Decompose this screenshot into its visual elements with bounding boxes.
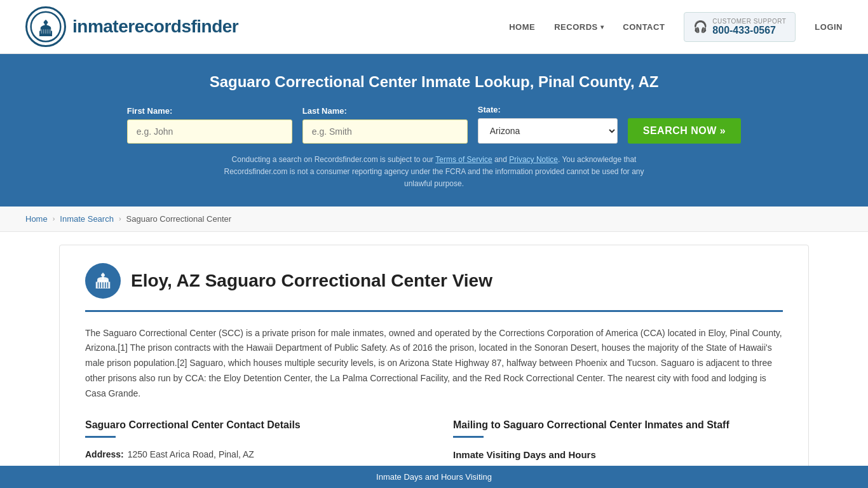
terms-link[interactable]: Terms of Service [435, 155, 492, 164]
breadcrumb-sep-1: › [53, 215, 55, 222]
breadcrumb-home[interactable]: Home [25, 214, 48, 224]
support-label: CUSTOMER SUPPORT [712, 18, 786, 25]
svg-point-6 [44, 20, 46, 22]
address-label: Address: [85, 449, 124, 459]
svg-rect-19 [100, 282, 102, 288]
chevron-down-icon: ▾ [600, 24, 604, 30]
disclaimer-text: Conducting a search on Recordsfinder.com… [212, 154, 656, 191]
facility-icon [85, 263, 121, 299]
customer-support-box: 🎧 CUSTOMER SUPPORT 800-433-0567 [684, 12, 796, 42]
contact-underline [85, 436, 116, 438]
address-value: 1250 East Arica Road, Pinal, AZ [128, 449, 254, 459]
svg-rect-10 [48, 29, 49, 34]
main-content: Eloy, AZ Saguaro Correctional Center Vie… [59, 245, 809, 480]
privacy-link[interactable]: Privacy Notice [509, 155, 558, 164]
search-hero: Saguaro Correctional Center Inmate Looku… [0, 54, 868, 207]
state-group: State: Arizona Alabama Alaska California… [478, 105, 618, 144]
first-name-label: First Name: [127, 106, 173, 116]
breadcrumb-current: Saguaro Correctional Center [126, 214, 231, 224]
first-name-input[interactable] [127, 119, 292, 144]
mailing-heading: Mailing to Saguaro Correctional Center I… [453, 419, 783, 431]
nav-records[interactable]: RECORDS ▾ [554, 22, 604, 32]
svg-point-17 [102, 273, 104, 274]
svg-rect-8 [43, 29, 44, 34]
state-label: State: [478, 105, 501, 114]
breadcrumb-inmate-search[interactable]: Inmate Search [60, 214, 114, 224]
facility-title: Eloy, AZ Saguaro Correctional Center Vie… [131, 271, 492, 291]
svg-rect-7 [41, 29, 43, 34]
svg-rect-18 [98, 282, 99, 288]
bottom-bar-text: Inmate Days and Hours Visiting [376, 472, 492, 482]
headset-icon: 🎧 [693, 20, 707, 34]
address-row: Address: 1250 East Arica Road, Pinal, AZ [85, 449, 415, 459]
main-nav: HOME RECORDS ▾ CONTACT 🎧 CUSTOMER SUPPOR… [509, 12, 843, 42]
facility-header: Eloy, AZ Saguaro Correctional Center Vie… [85, 245, 783, 312]
nav-contact[interactable]: CONTACT [623, 22, 665, 32]
search-form: First Name: Last Name: State: Arizona Al… [25, 105, 843, 144]
mailing-col: Mailing to Saguaro Correctional Center I… [453, 419, 783, 466]
visiting-heading: Inmate Visiting Days and Hours [453, 449, 783, 460]
svg-rect-22 [107, 282, 109, 288]
nav-login[interactable]: LOGIN [815, 22, 843, 32]
last-name-input[interactable] [302, 119, 468, 144]
logo-area: inmaterecordsfinder [25, 6, 238, 47]
svg-rect-11 [50, 29, 51, 34]
facility-description: The Saguaro Correctional Center (SCC) is… [85, 326, 783, 402]
logo-text: inmaterecordsfinder [72, 17, 238, 37]
nav-home[interactable]: HOME [509, 22, 535, 32]
site-header: inmaterecordsfinder HOME RECORDS ▾ CONTA… [0, 0, 868, 54]
state-select[interactable]: Arizona Alabama Alaska California Colora… [478, 118, 618, 144]
contact-heading: Saguaro Correctional Center Contact Deta… [85, 419, 415, 431]
search-button[interactable]: SEARCH NOW » [628, 118, 741, 144]
svg-rect-9 [45, 29, 46, 34]
bottom-bar[interactable]: Inmate Days and Hours Visiting [0, 466, 868, 488]
first-name-group: First Name: [127, 106, 292, 144]
logo-icon [25, 6, 66, 47]
svg-rect-21 [105, 282, 106, 288]
breadcrumb-sep-2: › [119, 215, 121, 222]
last-name-label: Last Name: [302, 106, 347, 116]
last-name-group: Last Name: [302, 106, 468, 144]
support-phone: 800-433-0567 [712, 25, 786, 36]
breadcrumb: Home › Inmate Search › Saguaro Correctio… [0, 207, 868, 232]
svg-rect-20 [102, 282, 104, 288]
mailing-underline [453, 436, 484, 438]
page-title: Saguaro Correctional Center Inmate Looku… [25, 73, 843, 91]
contact-details-col: Saguaro Correctional Center Contact Deta… [85, 419, 415, 466]
